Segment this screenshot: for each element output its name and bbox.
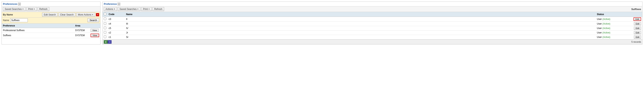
row-checkbox-cell xyxy=(102,35,108,39)
left-panel-collapse-icon[interactable]: − xyxy=(18,3,21,5)
actions-arrow-icon: ▼ xyxy=(114,8,115,10)
search-actions: Edit Search Clear Search More Actions ▼ … xyxy=(42,13,99,17)
more-actions-button[interactable]: More Actions ▼ xyxy=(76,13,95,17)
pref-name-cell: Professional Suffixes xyxy=(2,28,74,33)
left-toolbar: Saved Searches ▼ Print ▼ Refresh xyxy=(2,6,100,12)
code-col-header: Code xyxy=(108,12,125,17)
edit-button-3[interactable]: Edit xyxy=(634,27,641,30)
pref-view-cell: View xyxy=(90,33,100,38)
view-button-2[interactable]: View xyxy=(90,34,99,37)
pref-area-cell: SYSTEM xyxy=(74,33,90,38)
edit-button-2[interactable]: Edit xyxy=(634,22,641,25)
code-cell: c2 xyxy=(108,30,125,35)
edit-button-1[interactable]: Edit xyxy=(634,17,641,21)
suffixes-header-label: Suffixes xyxy=(631,8,641,11)
code-cell: c5 xyxy=(108,26,125,30)
pref-view-cell: View xyxy=(90,28,100,33)
right-panel-title-text: Preference xyxy=(104,2,117,5)
more-actions-arrow-icon: ▼ xyxy=(92,14,94,16)
right-toolbar: Actions ▼ Saved Searches ▼ Print ▼ Refre… xyxy=(102,6,642,12)
row-checkbox-cell xyxy=(102,30,108,35)
print-arrow-icon: ▼ xyxy=(33,8,35,10)
row-checkbox-2[interactable] xyxy=(104,22,106,25)
status-cell: User (Active) xyxy=(596,35,630,39)
pref-area-cell: SYSTEM xyxy=(74,28,90,33)
edit-col-header xyxy=(630,12,642,17)
edit-cell: Edit xyxy=(630,26,642,30)
search-form: Name Search xyxy=(2,18,100,24)
right-saved-searches-arrow-icon: ▼ xyxy=(137,8,139,10)
active-badge: (Active) xyxy=(602,31,610,34)
remove-record-button[interactable]: − xyxy=(108,40,112,44)
name-cell: II xyxy=(125,17,596,22)
name-cell: Sr xyxy=(125,35,596,39)
add-remove-buttons: + − xyxy=(104,40,112,44)
active-badge: (Active) xyxy=(602,36,610,38)
table-row: c3 II User (Active) Edit xyxy=(102,17,642,22)
edit-cell: Edit xyxy=(630,30,642,35)
status-cell: User (Active) xyxy=(596,30,630,35)
edit-cell: Edit xyxy=(630,17,642,22)
select-all-checkbox[interactable] xyxy=(104,13,106,15)
actions-button[interactable]: Actions ▼ xyxy=(104,7,117,11)
row-checkbox-cell xyxy=(102,17,108,22)
saved-searches-arrow-icon: ▼ xyxy=(22,8,24,10)
right-refresh-button[interactable]: Refresh xyxy=(152,7,164,11)
right-saved-searches-button[interactable]: Saved Searches ▼ xyxy=(118,7,140,11)
row-checkbox-3[interactable] xyxy=(104,27,106,29)
row-checkbox-cell xyxy=(102,22,108,26)
name-col-header: Name xyxy=(125,12,596,17)
active-badge: (Active) xyxy=(602,18,610,20)
close-search-icon[interactable]: ✕ xyxy=(96,13,99,16)
right-panel-title: Preference − xyxy=(102,2,642,6)
print-button[interactable]: Print ▼ xyxy=(26,7,37,11)
refresh-button[interactable]: Refresh xyxy=(38,7,49,11)
row-checkbox-1[interactable] xyxy=(104,18,106,20)
name-cell: IV xyxy=(125,26,596,30)
name-cell: III xyxy=(125,22,596,26)
active-badge: (Active) xyxy=(602,27,610,30)
code-cell: c4 xyxy=(108,22,125,26)
right-print-button[interactable]: Print ▼ xyxy=(141,7,152,11)
name-input[interactable] xyxy=(10,18,28,22)
preference-table: Preference Area Professional Suffixes SY… xyxy=(2,24,100,38)
checkbox-col-header xyxy=(102,12,108,17)
right-print-arrow-icon: ▼ xyxy=(148,8,150,10)
table-row: c5 IV User (Active) Edit xyxy=(102,26,642,30)
table-row: c2 Jr User (Active) Edit xyxy=(102,30,642,35)
code-cell: c1 xyxy=(108,35,125,39)
right-panel: Preference − Actions ▼ Saved Searches ▼ … xyxy=(102,1,642,44)
records-count: 5 records xyxy=(632,41,641,43)
left-panel-title: Preferences − xyxy=(2,2,100,6)
table-row: c4 III User (Active) Edit xyxy=(102,22,642,26)
name-cell: Jr xyxy=(125,30,596,35)
search-bar-label: By Name xyxy=(3,13,13,16)
row-checkbox-5[interactable] xyxy=(104,36,106,38)
clear-search-button[interactable]: Clear Search xyxy=(58,13,76,17)
search-bar: By Name Edit Search Clear Search More Ac… xyxy=(2,12,100,18)
edit-cell: Edit xyxy=(630,22,642,26)
row-checkbox-4[interactable] xyxy=(104,31,106,34)
active-badge: (Active) xyxy=(602,22,610,25)
edit-search-button[interactable]: Edit Search xyxy=(42,13,58,17)
edit-button-5[interactable]: Edit xyxy=(634,36,641,39)
name-label: Name xyxy=(3,19,9,22)
saved-searches-button[interactable]: Saved Searches ▼ xyxy=(3,7,26,11)
status-cell: User (Active) xyxy=(596,22,630,26)
status-col-header: Status xyxy=(596,12,630,17)
area-col-header: Area xyxy=(74,24,90,28)
left-panel-title-text: Preferences xyxy=(3,2,17,5)
right-panel-collapse-icon[interactable]: − xyxy=(118,3,120,5)
search-button[interactable]: Search xyxy=(88,18,99,22)
add-record-button[interactable]: + xyxy=(104,40,108,44)
edit-button-4[interactable]: Edit xyxy=(634,31,641,34)
data-table: Code Name Status c3 II User (Active) Edi… xyxy=(102,12,642,39)
action-col-header xyxy=(90,24,100,28)
view-button-1[interactable]: View xyxy=(90,29,99,32)
table-footer: + − 5 records xyxy=(102,39,642,44)
pref-name-cell: Suffixes xyxy=(2,33,74,38)
table-row: Suffixes SYSTEM View xyxy=(2,33,100,38)
status-cell: User (Active) xyxy=(596,17,630,22)
table-row: Professional Suffixes SYSTEM View xyxy=(2,28,100,33)
edit-cell: Edit xyxy=(630,35,642,39)
